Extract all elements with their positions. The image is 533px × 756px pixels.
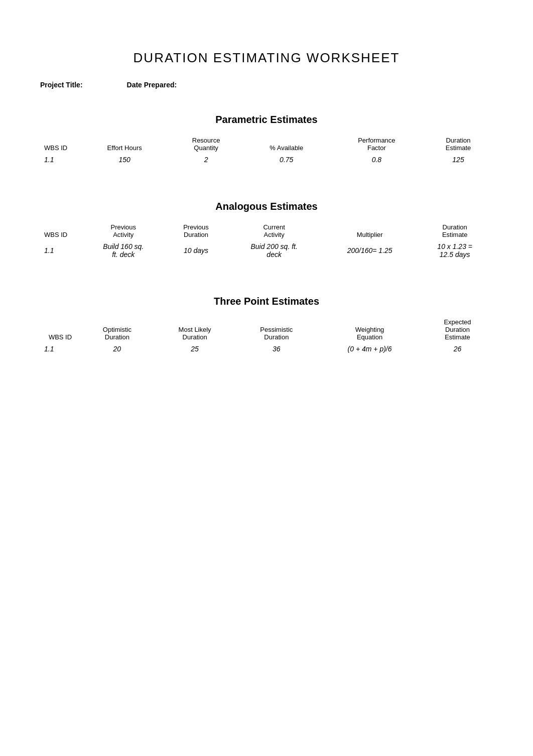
analogous-col-wbsid: WBS ID: [40, 221, 80, 240]
analogous-table: WBS ID Previous Activity Previous Durati…: [40, 221, 493, 261]
analogous-col-multiplier: Multiplier: [323, 221, 417, 240]
three-point-table: WBS ID Optimistic Duration Most Likely D…: [40, 316, 493, 355]
parametric-resource-qty: 2: [169, 154, 243, 166]
three-point-wbsid: 1.1: [40, 343, 80, 355]
analogous-prev-activity: Build 160 sq. ft. deck: [80, 240, 167, 261]
project-title-field: Project Title:: [40, 81, 87, 89]
three-point-weighting: (0 + 4m + p)/6: [317, 343, 422, 355]
analogous-wbsid: 1.1: [40, 240, 80, 261]
three-point-col-pessimistic: Pessimistic Duration: [235, 316, 317, 343]
three-point-header-row: WBS ID Optimistic Duration Most Likely D…: [40, 316, 493, 343]
three-point-expected: 26: [422, 343, 493, 355]
three-point-col-expected: Expected Duration Estimate: [422, 316, 493, 343]
three-point-col-most-likely: Most Likely Duration: [154, 316, 236, 343]
three-point-data-row: 1.1 20 25 36 (0 + 4m + p)/6 26: [40, 343, 493, 355]
parametric-data-row: 1.1 150 2 0.75 0.8 125: [40, 154, 493, 166]
parametric-performance: 0.8: [330, 154, 424, 166]
analogous-duration: 10 x 1.23 = 12.5 days: [417, 240, 493, 261]
analogous-col-duration: Duration Estimate: [417, 221, 493, 240]
parametric-available: 0.75: [243, 154, 330, 166]
three-point-col-wbsid: WBS ID: [40, 316, 80, 343]
three-point-optimistic: 20: [80, 343, 154, 355]
project-info: Project Title: Date Prepared:: [40, 81, 493, 89]
analogous-header-row: WBS ID Previous Activity Previous Durati…: [40, 221, 493, 240]
analogous-table-wrapper: WBS ID Previous Activity Previous Durati…: [40, 221, 493, 261]
three-point-col-optimistic: Optimistic Duration: [80, 316, 154, 343]
three-point-col-weighting: Weighting Equation: [317, 316, 422, 343]
parametric-table: WBS ID Effort Hours Resource Quantity % …: [40, 135, 493, 166]
analogous-multiplier: 200/160= 1.25: [323, 240, 417, 261]
analogous-curr-activity: Buid 200 sq. ft. deck: [225, 240, 323, 261]
parametric-table-wrapper: WBS ID Effort Hours Resource Quantity % …: [40, 135, 493, 166]
three-point-most-likely: 25: [154, 343, 236, 355]
analogous-data-row: 1.1 Build 160 sq. ft. deck 10 days Buid …: [40, 240, 493, 261]
analogous-prev-duration: 10 days: [167, 240, 226, 261]
three-point-section: Three Point Estimates WBS ID Optimistic …: [40, 296, 493, 355]
date-prepared-field: Date Prepared:: [127, 81, 181, 89]
parametric-col-available: % Available: [243, 135, 330, 154]
parametric-duration: 125: [424, 154, 493, 166]
parametric-section-title: Parametric Estimates: [40, 114, 493, 125]
parametric-section: Parametric Estimates WBS ID Effort Hours…: [40, 114, 493, 166]
analogous-section: Analogous Estimates WBS ID Previous Acti…: [40, 201, 493, 261]
analogous-col-curr-activity: Current Activity: [225, 221, 323, 240]
parametric-col-duration: Duration Estimate: [424, 135, 493, 154]
analogous-section-title: Analogous Estimates: [40, 201, 493, 212]
parametric-header-row: WBS ID Effort Hours Resource Quantity % …: [40, 135, 493, 154]
parametric-col-effort: Effort Hours: [80, 135, 169, 154]
parametric-wbsid: 1.1: [40, 154, 80, 166]
analogous-col-prev-duration: Previous Duration: [167, 221, 226, 240]
parametric-col-performance: Performance Factor: [330, 135, 424, 154]
analogous-col-prev-activity: Previous Activity: [80, 221, 167, 240]
parametric-col-resource: Resource Quantity: [169, 135, 243, 154]
page-title: DURATION ESTIMATING WORKSHEET: [40, 50, 493, 66]
three-point-table-wrapper: WBS ID Optimistic Duration Most Likely D…: [40, 316, 493, 355]
three-point-pessimistic: 36: [235, 343, 317, 355]
project-title-label: Project Title:: [40, 81, 83, 89]
three-point-section-title: Three Point Estimates: [40, 296, 493, 307]
date-prepared-label: Date Prepared:: [127, 81, 177, 89]
parametric-effort-hours: 150: [80, 154, 169, 166]
parametric-col-wbsid: WBS ID: [40, 135, 80, 154]
